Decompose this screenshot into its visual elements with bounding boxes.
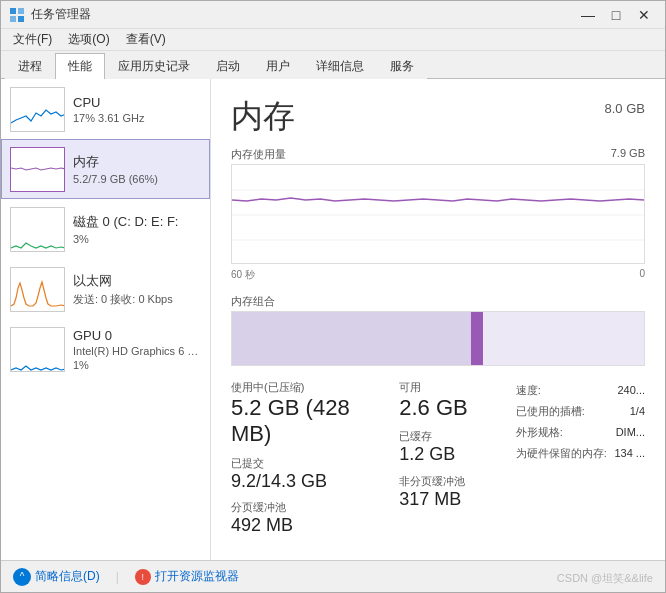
cpu-mini-chart xyxy=(10,87,65,132)
tab-users[interactable]: 用户 xyxy=(253,53,303,79)
svg-rect-8 xyxy=(11,328,65,372)
stat-reserved-row: 为硬件保留的内存: 134 ... xyxy=(516,443,645,464)
ethernet-label: 以太网 xyxy=(73,272,201,290)
cpu-detail: 17% 3.61 GHz xyxy=(73,112,201,124)
main-panel: 内存 8.0 GB 内存使用量 7.9 GB xyxy=(211,79,665,560)
title-bar: 任务管理器 — □ ✕ xyxy=(1,1,665,29)
svg-rect-6 xyxy=(11,208,65,252)
svg-rect-5 xyxy=(11,148,65,192)
memory-info: 内存 5.2/7.9 GB (66%) xyxy=(73,153,201,185)
sidebar-item-disk[interactable]: 磁盘 0 (C: D: E: F: 3% xyxy=(1,199,210,259)
stat-form-factor-row: 外形规格: DIM... xyxy=(516,422,645,443)
gpu-info: GPU 0 Intel(R) HD Graphics 6 1% 1% xyxy=(73,328,201,371)
memory-mini-chart xyxy=(10,147,65,192)
close-button[interactable]: ✕ xyxy=(631,4,657,26)
menu-view[interactable]: 查看(V) xyxy=(118,29,174,50)
stats-middle: 可用 2.6 GB 已缓存 1.2 GB 非分页缓冲池 317 MB xyxy=(399,380,515,537)
gpu-label: GPU 0 xyxy=(73,328,201,343)
menu-file[interactable]: 文件(F) xyxy=(5,29,60,50)
sidebar-item-ethernet[interactable]: 以太网 发送: 0 接收: 0 Kbps xyxy=(1,259,210,319)
usage-section-label: 内存使用量 7.9 GB xyxy=(231,147,645,162)
sidebar: CPU 17% 3.61 GHz 内存 5.2/7.9 GB (66%) xyxy=(1,79,211,560)
summary-info-link[interactable]: ^ 简略信息(D) xyxy=(13,568,100,586)
disk-label: 磁盘 0 (C: D: E: F: xyxy=(73,213,201,231)
svg-rect-0 xyxy=(10,8,16,14)
bottom-bar: ^ 简略信息(D) | ! 打开资源监视器 CSDN @坦笑&&life xyxy=(1,560,665,592)
watermark: CSDN @坦笑&&life xyxy=(557,571,653,586)
svg-rect-2 xyxy=(10,16,16,22)
app-icon xyxy=(9,7,25,23)
svg-rect-9 xyxy=(232,165,644,264)
memory-composition-chart xyxy=(231,311,645,366)
memory-detail: 5.2/7.9 GB (66%) xyxy=(73,173,201,185)
gpu-detail: Intel(R) HD Graphics 6 1% xyxy=(73,345,201,357)
stats-right: 速度: 240... 已使用的插槽: 1/4 外形规格: DIM... 为硬件保… xyxy=(516,380,645,537)
stat-committed: 已提交 9.2/14.3 GB xyxy=(231,456,399,493)
disk-mini-chart xyxy=(10,207,65,252)
stat-available: 可用 2.6 GB xyxy=(399,380,515,421)
svg-rect-4 xyxy=(11,88,65,132)
stats-left: 使用中(已压缩) 5.2 GB (428 MB) 已提交 9.2/14.3 GB… xyxy=(231,380,399,537)
memory-usage-chart xyxy=(231,164,645,264)
stat-page-pool: 分页缓冲池 492 MB xyxy=(231,500,399,537)
stat-used-slots-row: 已使用的插槽: 1/4 xyxy=(516,401,645,422)
chart-time-labels: 60 秒 0 xyxy=(231,268,645,282)
menu-options[interactable]: 选项(O) xyxy=(60,29,117,50)
main-total: 8.0 GB xyxy=(605,101,645,116)
resource-monitor-icon: ! xyxy=(135,569,151,585)
gpu-detail2: 1% xyxy=(73,359,201,371)
disk-detail: 3% xyxy=(73,233,201,245)
minimize-button[interactable]: — xyxy=(575,4,601,26)
tab-app-history[interactable]: 应用历史记录 xyxy=(105,53,203,79)
stats-area: 使用中(已压缩) 5.2 GB (428 MB) 已提交 9.2/14.3 GB… xyxy=(231,380,645,537)
content-area: CPU 17% 3.61 GHz 内存 5.2/7.9 GB (66%) xyxy=(1,79,665,560)
resource-monitor-link[interactable]: ! 打开资源监视器 xyxy=(135,568,239,585)
svg-rect-3 xyxy=(18,16,24,22)
sidebar-item-gpu[interactable]: GPU 0 Intel(R) HD Graphics 6 1% 1% xyxy=(1,319,210,379)
sidebar-item-memory[interactable]: 内存 5.2/7.9 GB (66%) xyxy=(1,139,210,199)
stat-speed-row: 速度: 240... xyxy=(516,380,645,401)
ethernet-info: 以太网 发送: 0 接收: 0 Kbps xyxy=(73,272,201,307)
sidebar-item-cpu[interactable]: CPU 17% 3.61 GHz xyxy=(1,79,210,139)
summary-icon: ^ xyxy=(13,568,31,586)
maximize-button[interactable]: □ xyxy=(603,4,629,26)
window-title: 任务管理器 xyxy=(31,6,575,23)
stat-nonpage-pool: 非分页缓冲池 317 MB xyxy=(399,474,515,511)
memory-label: 内存 xyxy=(73,153,201,171)
gpu-mini-chart xyxy=(10,327,65,372)
disk-info: 磁盘 0 (C: D: E: F: 3% xyxy=(73,213,201,245)
ethernet-detail: 发送: 0 接收: 0 Kbps xyxy=(73,292,201,307)
composition-label: 内存组合 xyxy=(231,294,645,309)
svg-rect-1 xyxy=(18,8,24,14)
window-controls: — □ ✕ xyxy=(575,4,657,26)
main-window: 任务管理器 — □ ✕ 文件(F) 选项(O) 查看(V) 进程 性能 应用历史… xyxy=(0,0,666,593)
main-title-row: 内存 8.0 GB xyxy=(231,95,645,139)
cpu-info: CPU 17% 3.61 GHz xyxy=(73,95,201,124)
cpu-label: CPU xyxy=(73,95,201,110)
main-title: 内存 xyxy=(231,95,295,139)
tab-bar: 进程 性能 应用历史记录 启动 用户 详细信息 服务 xyxy=(1,51,665,79)
stat-in-use: 使用中(已压缩) 5.2 GB (428 MB) xyxy=(231,380,399,448)
menu-bar: 文件(F) 选项(O) 查看(V) xyxy=(1,29,665,51)
tab-startup[interactable]: 启动 xyxy=(203,53,253,79)
tab-processes[interactable]: 进程 xyxy=(5,53,55,79)
tab-performance[interactable]: 性能 xyxy=(55,53,105,79)
tab-details[interactable]: 详细信息 xyxy=(303,53,377,79)
ethernet-mini-chart xyxy=(10,267,65,312)
tab-services[interactable]: 服务 xyxy=(377,53,427,79)
stat-cached: 已缓存 1.2 GB xyxy=(399,429,515,466)
